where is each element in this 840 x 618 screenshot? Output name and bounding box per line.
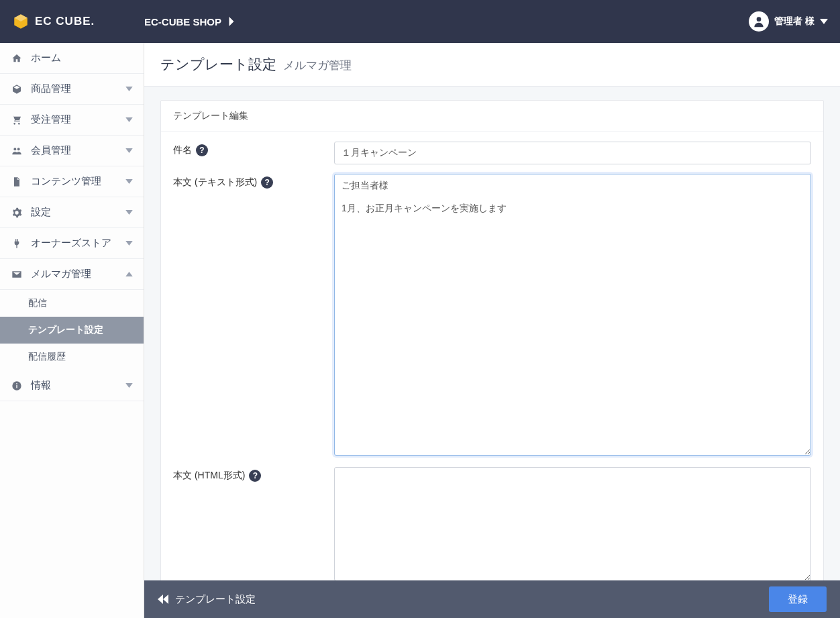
sidebar-item-label: メルマガ管理	[31, 268, 125, 280]
cube-icon	[11, 84, 23, 95]
chevron-down-icon	[125, 117, 133, 122]
chevron-down-icon	[125, 383, 133, 388]
sidebar-item-mailmag[interactable]: メルマガ管理	[0, 259, 144, 290]
brand-text: EC CUBE.	[35, 15, 95, 28]
file-icon	[11, 176, 23, 187]
page-title-main: テンプレート設定	[160, 56, 276, 72]
chevron-up-icon	[125, 272, 133, 276]
info-icon	[11, 380, 23, 391]
user-icon	[749, 11, 769, 32]
users-icon	[11, 146, 23, 156]
label-subject: 件名 ?	[173, 142, 334, 164]
chevron-right-icon	[228, 17, 235, 26]
sidebar: ホーム 商品管理 受注管理 会員管理 コンテンツ管理 設定	[0, 43, 144, 618]
page-title: テンプレート設定 メルマガ管理	[144, 43, 840, 87]
sidebar-item-label: 情報	[31, 379, 125, 392]
chevron-down-icon	[125, 148, 133, 153]
svg-rect-2	[16, 384, 17, 388]
rewind-icon	[158, 595, 168, 604]
action-footer: テンプレート設定 登録	[144, 580, 840, 618]
submit-button[interactable]: 登録	[769, 586, 827, 612]
back-label: テンプレート設定	[175, 593, 256, 606]
sidebar-item-product[interactable]: 商品管理	[0, 74, 144, 105]
global-header: EC CUBE. EC-CUBE SHOP 管理者 様	[0, 0, 840, 43]
chevron-down-icon	[125, 87, 133, 91]
sidebar-item-owner-store[interactable]: オーナーズストア	[0, 228, 144, 259]
sidebar-item-label: ホーム	[31, 52, 133, 64]
sidebar-item-label: オーナーズストア	[31, 237, 125, 250]
help-icon[interactable]: ?	[249, 470, 261, 482]
sidebar-item-label: コンテンツ管理	[31, 175, 125, 188]
shop-selector[interactable]: EC-CUBE SHOP	[144, 16, 235, 28]
user-menu[interactable]: 管理者 様	[749, 11, 828, 32]
body-html-input[interactable]	[334, 467, 811, 581]
sidebar-item-content[interactable]: コンテンツ管理	[0, 166, 144, 197]
user-label: 管理者 様	[774, 15, 815, 28]
sidebar-item-home[interactable]: ホーム	[0, 43, 144, 74]
label-body-html: 本文 (HTML形式) ?	[173, 467, 334, 583]
sidebar-item-info[interactable]: 情報	[0, 370, 144, 401]
gear-icon	[11, 207, 23, 218]
sidebar-item-label: 受注管理	[31, 113, 125, 126]
chevron-down-icon	[125, 179, 133, 184]
svg-rect-3	[16, 383, 17, 384]
main-content: テンプレート設定 メルマガ管理 テンプレート編集 件名 ? 本文 (テキスト形式…	[144, 43, 840, 618]
envelope-icon	[11, 269, 23, 280]
cart-icon	[11, 115, 23, 125]
sidebar-sub-send[interactable]: 配信	[0, 290, 144, 317]
chevron-down-icon	[820, 19, 828, 24]
help-icon[interactable]: ?	[261, 176, 273, 189]
page-title-sub: メルマガ管理	[283, 59, 352, 72]
body-text-input[interactable]	[334, 174, 811, 456]
template-edit-card: テンプレート編集 件名 ? 本文 (テキスト形式) ?	[160, 100, 824, 596]
sidebar-item-member[interactable]: 会員管理	[0, 136, 144, 166]
sidebar-item-order[interactable]: 受注管理	[0, 105, 144, 136]
chevron-down-icon	[125, 241, 133, 246]
home-icon	[11, 53, 23, 64]
sidebar-item-setting[interactable]: 設定	[0, 197, 144, 228]
sidebar-item-label: 商品管理	[31, 83, 125, 95]
sidebar-item-label: 会員管理	[31, 144, 125, 157]
cube-icon	[12, 13, 30, 30]
shop-name-label: EC-CUBE SHOP	[144, 16, 221, 28]
svg-point-0	[757, 17, 762, 21]
subject-input[interactable]	[334, 142, 811, 164]
card-header: テンプレート編集	[161, 101, 823, 132]
sidebar-item-label: 設定	[31, 206, 125, 219]
back-link[interactable]: テンプレート設定	[158, 593, 256, 606]
label-body-text: 本文 (テキスト形式) ?	[173, 174, 334, 458]
plug-icon	[11, 238, 23, 249]
help-icon[interactable]: ?	[196, 144, 208, 156]
chevron-down-icon	[125, 210, 133, 215]
sidebar-sub-history[interactable]: 配信履歴	[0, 344, 144, 370]
brand-logo[interactable]: EC CUBE.	[12, 13, 144, 30]
sidebar-sub-template[interactable]: テンプレート設定	[0, 317, 144, 344]
